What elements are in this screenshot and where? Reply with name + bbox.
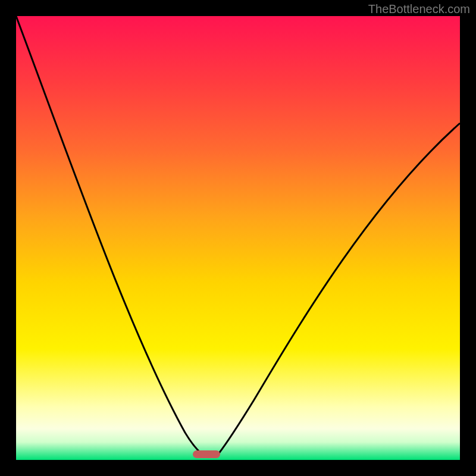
left-curve (16, 16, 205, 456)
bottleneck-curve (16, 16, 460, 460)
optimal-marker (193, 450, 220, 458)
chart-frame (16, 16, 460, 460)
attribution-text: TheBottleneck.com (368, 2, 470, 16)
right-curve (218, 123, 460, 454)
